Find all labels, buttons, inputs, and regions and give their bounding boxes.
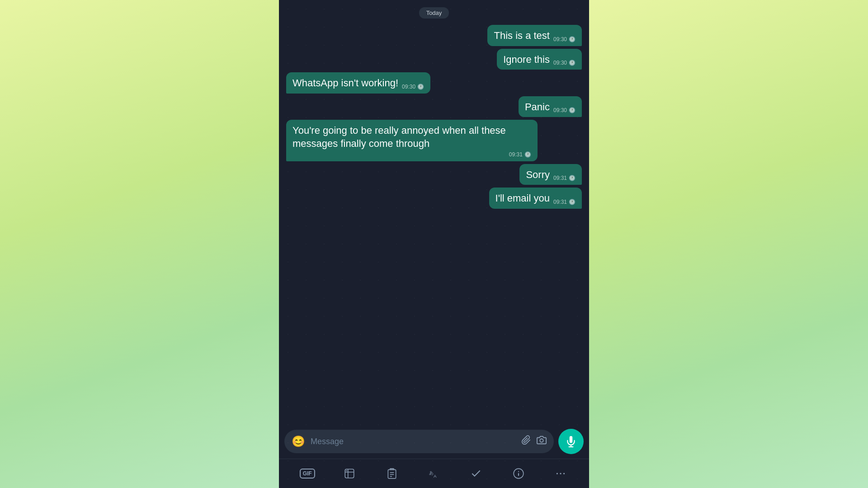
svg-point-16 [563,473,565,474]
message-bubble[interactable]: I'll email you 09:31 🕐 [489,188,582,209]
message-tick: 🕐 [569,199,576,205]
message-row: WhatsApp isn't working! 09:30 🕐 [286,72,582,94]
date-badge: Today [419,7,449,19]
message-bubble[interactable]: Panic 09:30 🕐 [519,96,582,117]
check-icon [470,468,482,479]
message-time: 09:30 [553,107,567,113]
message-tick: 🕐 [417,84,424,90]
svg-point-15 [560,473,561,474]
svg-point-0 [540,439,543,442]
emoji-icon[interactable]: 😊 [292,435,305,448]
more-icon [555,468,566,479]
message-time: 09:31 [553,175,567,181]
message-text: Ignore this [503,53,550,66]
message-row: Sorry 09:31 🕐 [286,164,582,185]
message-text: WhatsApp isn't working! [292,77,398,90]
message-tick: 🕐 [569,107,576,113]
message-time: 09:30 [553,36,567,42]
sticker-button[interactable] [340,465,359,483]
sticker-icon [344,468,355,479]
chat-area: Today This is a test 09:30 🕐 Ignore this [279,0,589,424]
background-right [589,0,868,488]
message-text: Panic [525,101,550,114]
message-text: This is a test [494,29,549,42]
message-tick: 🕐 [569,175,576,181]
message-bubble[interactable]: This is a test 09:30 🕐 [487,25,582,46]
message-row: Ignore this 09:30 🕐 [286,49,582,70]
svg-text:A: A [434,474,437,479]
message-row: You're going to be really annoyed when a… [286,120,582,161]
message-bubble[interactable]: Ignore this 09:30 🕐 [497,49,582,70]
message-row: I'll email you 09:31 🕐 [286,188,582,209]
message-text: You're going to be really annoyed when a… [292,125,506,149]
mic-icon [565,436,577,447]
message-tick: 🕐 [569,60,576,66]
message-bubble[interactable]: WhatsApp isn't working! 09:30 🕐 [286,72,430,94]
translate-icon: あ A [428,468,440,479]
message-tick: 🕐 [524,151,531,158]
message-text: Sorry [526,169,550,182]
message-time: 09:31 [553,199,567,205]
phone-container: Today This is a test 09:30 🕐 Ignore this [279,0,589,488]
info-icon [513,468,524,479]
svg-rect-5 [388,469,396,479]
bottom-toolbar: GIF あ A [279,459,589,488]
input-area: 😊 Message [279,424,589,459]
svg-point-4 [346,470,347,471]
more-button[interactable] [552,465,570,483]
camera-icon[interactable] [537,435,547,448]
translate-button[interactable]: あ A [425,465,443,483]
mic-button[interactable] [558,429,584,454]
message-time: 09:30 [402,84,415,90]
gif-button[interactable]: GIF [298,465,316,483]
info-button[interactable] [509,465,528,483]
check-button[interactable] [467,465,485,483]
svg-point-14 [557,473,558,474]
message-bubble[interactable]: You're going to be really annoyed when a… [286,120,538,161]
clipboard-icon [386,468,398,479]
message-placeholder: Message [311,437,516,446]
message-bubble[interactable]: Sorry 09:31 🕐 [519,164,582,185]
gif-icon: GIF [300,469,315,479]
message-row: This is a test 09:30 🕐 [286,25,582,46]
clipboard-button[interactable] [383,465,401,483]
message-text: I'll email you [495,192,550,205]
message-tick: 🕐 [569,36,576,42]
svg-text:あ: あ [429,470,434,475]
message-row: Panic 09:30 🕐 [286,96,582,117]
message-time: 09:30 [553,60,567,66]
message-time: 09:31 [509,151,523,158]
message-input-wrapper[interactable]: 😊 Message [284,430,554,453]
background-left [0,0,279,488]
attach-icon[interactable] [521,435,531,448]
